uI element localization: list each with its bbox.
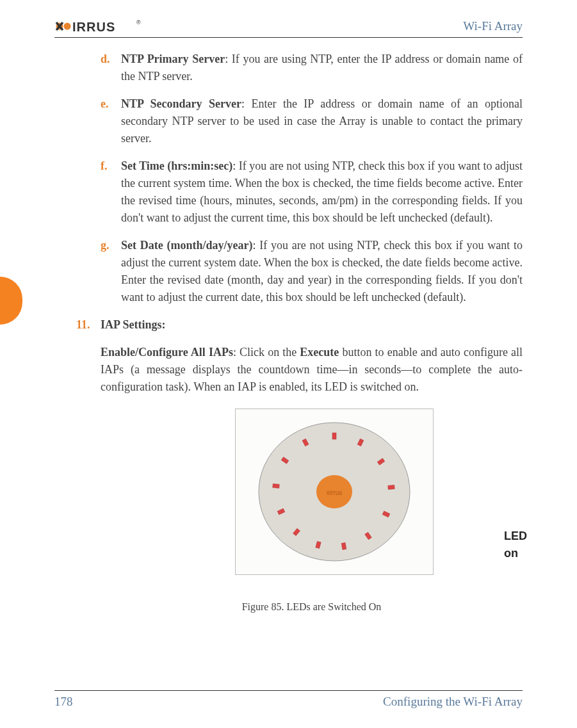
page-content: d. NTP Primary Server: If you are using … [54, 51, 523, 613]
svg-rect-10 [388, 485, 394, 490]
step-paragraph: Enable/Configure All IAPs: Click on the … [101, 344, 523, 396]
list-item: g. Set Date (month/day/year): If you are… [101, 237, 523, 306]
callout-arrow [395, 534, 501, 535]
figure-container: xirrus [101, 408, 523, 613]
item-marker: g. [101, 237, 121, 306]
svg-rect-7 [332, 433, 336, 439]
item-marker: d. [101, 51, 121, 85]
svg-point-1 [64, 23, 71, 30]
item-term: Set Date (month/day/year) [121, 239, 253, 252]
page-tab-marker [0, 277, 22, 325]
item-text: Set Date (month/day/year): If you are no… [121, 237, 523, 306]
led-callout-label: LED on [504, 528, 527, 562]
step-title: IAP Settings: [101, 318, 166, 331]
step-text: IAP Settings: [101, 316, 523, 334]
svg-rect-17 [273, 484, 279, 489]
item-marker: f. [101, 158, 121, 227]
brand-logo: IRRUS ® [54, 18, 144, 35]
item-marker: e. [101, 95, 121, 147]
item-text: Set Time (hrs:min:sec): If you are not u… [121, 158, 523, 227]
page-footer: 178 Configuring the Wi-Fi Array [54, 690, 523, 709]
list-item: e. NTP Secondary Server: Enter the IP ad… [101, 95, 523, 147]
svg-text:IRRUS: IRRUS [72, 20, 115, 34]
item-term: Set Time (hrs:min:sec) [121, 159, 232, 172]
list-item: d. NTP Primary Server: If you are using … [101, 51, 523, 85]
page-number: 178 [54, 695, 73, 709]
svg-text:xirrus: xirrus [327, 489, 342, 496]
item-term: NTP Secondary Server [121, 97, 241, 110]
para-button-ref: Execute [300, 346, 339, 359]
para-term: Enable/Configure All IAPs [101, 346, 233, 359]
item-term: NTP Primary Server [121, 53, 225, 65]
step-marker: 11. [76, 316, 101, 334]
document-title: Wi-Fi Array [463, 19, 523, 33]
device-image: xirrus [235, 408, 434, 575]
item-text: NTP Secondary Server: Enter the IP addre… [121, 95, 523, 147]
page-header: IRRUS ® Wi-Fi Array [54, 18, 523, 38]
list-item: f. Set Time (hrs:min:sec): If you are no… [101, 158, 523, 227]
item-text: NTP Primary Server: If you are using NTP… [121, 51, 523, 85]
figure-caption: Figure 85. LEDs are Switched On [101, 599, 523, 615]
svg-text:®: ® [136, 19, 141, 26]
chapter-name: Configuring the Wi-Fi Array [383, 695, 523, 709]
para-seg-1: : Click on the [233, 346, 300, 359]
numbered-step: 11. IAP Settings: [76, 316, 523, 334]
